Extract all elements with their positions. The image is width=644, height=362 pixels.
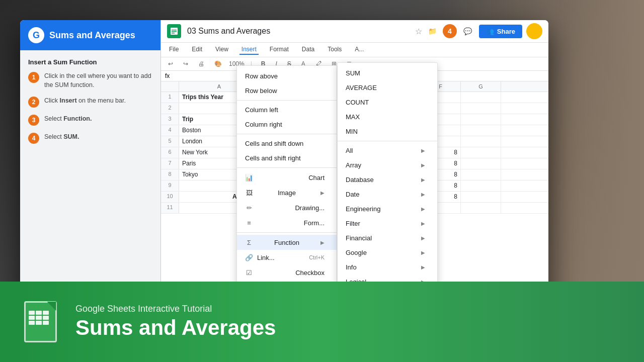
cell-g10[interactable] (461, 192, 501, 202)
share-icon: 👥 (486, 28, 494, 35)
menu-tools[interactable]: Tools (326, 45, 344, 55)
function-max[interactable]: MAX (338, 110, 437, 124)
comments-icon[interactable]: 💬 (461, 24, 475, 38)
grid-cell (43, 311, 49, 315)
step-3: 3 Select Function. (28, 115, 152, 126)
star-icon[interactable]: ☆ (415, 27, 422, 36)
sidebar: G Sums and Averages Insert a Sum Functio… (20, 20, 161, 317)
cell-g6[interactable] (461, 147, 501, 158)
menu-link[interactable]: 🔗 Link... Ctrl+K (237, 250, 337, 265)
menu-chart[interactable]: 📊 Chart (237, 170, 337, 185)
svg-rect-3 (172, 33, 175, 34)
cell-g3[interactable] (461, 114, 501, 125)
function-cat-array[interactable]: Array ▶ (338, 158, 437, 172)
menu-cells-down[interactable]: Cells and shift down (237, 136, 337, 151)
menu-form[interactable]: ≡ Form... (237, 215, 337, 230)
chevron-right-icon-2: ▶ (320, 240, 325, 245)
share-button[interactable]: 👥 Share (479, 25, 522, 38)
sheets-logo-grid (29, 311, 49, 325)
menu-row-below[interactable]: Row below (237, 83, 337, 98)
function-icon: Σ (245, 238, 253, 246)
row-num: 7 (161, 158, 179, 169)
paint-format-button[interactable]: 🎨 (211, 59, 225, 68)
chevron-array: ▶ (421, 162, 425, 168)
cell-g7[interactable] (461, 158, 501, 169)
menu-checkbox[interactable]: ☑ Checkbox (237, 265, 337, 280)
chevron-financial: ▶ (421, 235, 425, 241)
menu-insert[interactable]: Insert (239, 45, 259, 55)
function-submenu: SUM AVERAGE COUNT MAX MIN All ▶ Array ▶ … (337, 62, 438, 317)
cell-g1[interactable] (461, 92, 501, 103)
form-icon: ≡ (245, 219, 253, 227)
menu-image[interactable]: 🖼 Image ▶ (237, 185, 337, 200)
menu-data[interactable]: Data (300, 45, 316, 55)
cell-g5[interactable] (461, 136, 501, 147)
menu-drawing[interactable]: ✏ Drawing... (237, 200, 337, 215)
cell-g11[interactable] (461, 203, 501, 213)
menu-cells-right[interactable]: Cells and shift right (237, 151, 337, 165)
svg-rect-1 (172, 30, 177, 31)
menu-file[interactable]: File (167, 45, 181, 55)
function-min[interactable]: MIN (338, 124, 437, 139)
share-label: Share (497, 28, 515, 35)
menu-row-above[interactable]: Row above (237, 69, 337, 83)
function-sum[interactable]: SUM (338, 66, 437, 80)
bottom-text: Google Sheets Interactive Tutorial Sums … (75, 304, 276, 339)
bottom-overlay: Google Sheets Interactive Tutorial Sums … (0, 282, 644, 362)
row-num: 2 (161, 103, 179, 114)
cell-g2[interactable] (461, 103, 501, 114)
cell-g8[interactable] (461, 169, 501, 180)
row-num: 9 (161, 180, 179, 191)
bottom-subtitle: Google Sheets Interactive Tutorial (75, 304, 276, 314)
function-cat-info[interactable]: Info ▶ (338, 260, 437, 275)
step-2-number: 2 (28, 97, 39, 108)
sidebar-header: G Sums and Averages (20, 20, 160, 50)
folder-icon[interactable]: 📁 (428, 27, 437, 35)
sheets-icon (167, 24, 181, 38)
menu-edit[interactable]: Edit (190, 45, 204, 55)
grid-cell (43, 321, 49, 325)
chevron-database: ▶ (421, 177, 425, 183)
function-cat-database[interactable]: Database ▶ (338, 172, 437, 187)
function-cat-date[interactable]: Date ▶ (338, 187, 437, 202)
function-cat-engineering[interactable]: Engineering ▶ (338, 202, 437, 216)
menu-col-left[interactable]: Column left (237, 103, 337, 117)
function-cat-all[interactable]: All ▶ (338, 143, 437, 158)
function-count[interactable]: COUNT (338, 95, 437, 110)
sidebar-content: Insert a Sum Function 1 Click in the cel… (20, 50, 160, 317)
function-average[interactable]: AVERAGE (338, 80, 437, 95)
undo-button[interactable]: ↩ (165, 59, 176, 68)
chevron-engineering: ▶ (421, 206, 425, 212)
row-num: 11 (161, 203, 179, 213)
step-1: 1 Click in the cell where you want to ad… (28, 72, 152, 89)
link-shortcut: Ctrl+K (309, 254, 325, 260)
sheets-logo-bg (24, 301, 57, 342)
func-sep (338, 141, 437, 141)
cell-g4[interactable] (461, 125, 501, 136)
top-icons: 4 💬 👥 Share (443, 23, 542, 39)
grid-cell (36, 321, 42, 325)
redo-button[interactable]: ↪ (180, 59, 191, 68)
sheet-menu: File Edit View Insert Format Data Tools … (161, 43, 548, 57)
menu-more[interactable]: A... (353, 45, 366, 55)
menu-format[interactable]: Format (268, 45, 291, 55)
grid-cell (43, 316, 49, 320)
step-4: 4 Select SUM. (28, 133, 152, 144)
function-cat-filter[interactable]: Filter ▶ (338, 216, 437, 231)
grid-cell (29, 316, 35, 320)
menu-sep-2 (237, 134, 337, 134)
user-avatar[interactable] (526, 23, 542, 39)
menu-function[interactable]: Σ Function ▶ (237, 235, 337, 250)
cell-g9[interactable] (461, 180, 501, 191)
menu-sep-3 (237, 167, 337, 168)
menu-view[interactable]: View (213, 45, 230, 55)
function-cat-google[interactable]: Google ▶ (338, 245, 437, 260)
function-cat-financial[interactable]: Financial ▶ (338, 231, 437, 245)
grid-cell (36, 316, 42, 320)
print-button[interactable]: 🖨 (195, 59, 207, 68)
chevron-google: ▶ (421, 250, 425, 255)
step-3-text: Select Function. (44, 115, 92, 124)
menu-col-right[interactable]: Column right (237, 117, 337, 132)
notification-badge: 4 (443, 24, 457, 38)
row-num: 10 (161, 192, 179, 202)
